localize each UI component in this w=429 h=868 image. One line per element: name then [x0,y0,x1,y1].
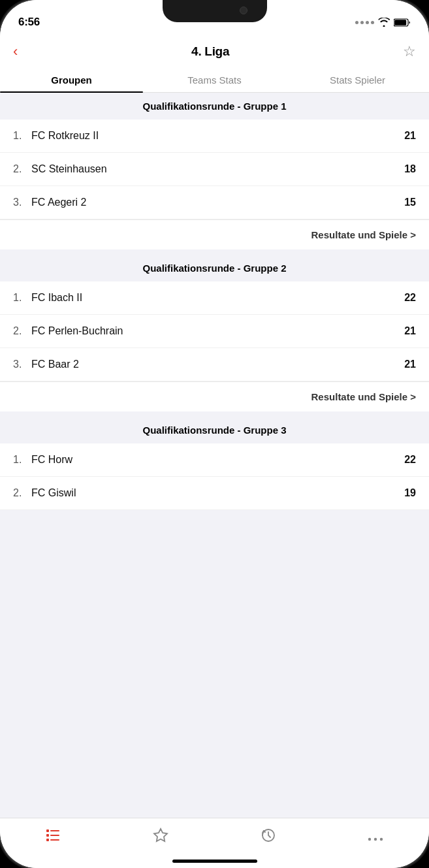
rank: 2. [13,163,29,175]
star-icon [153,828,168,847]
section-divider [0,249,429,255]
rank: 2. [13,487,29,499]
svg-point-11 [380,838,383,841]
bottom-tab-more[interactable] [322,825,429,850]
tabs-bar: Groupen Teams Stats Stats Spieler [0,68,429,93]
group-section-3: Qualifikationsrunde - Gruppe 3 1. FC Hor… [0,417,429,510]
team-name: SC Steinhausen [29,163,396,175]
group-3-header: Qualifikationsrunde - Gruppe 3 [0,417,429,443]
svg-rect-7 [50,839,59,841]
team-name: FC Ibach II [29,292,396,304]
more-icon [368,829,383,846]
score: 19 [396,487,416,499]
list-icon [45,828,62,846]
score: 18 [396,163,416,175]
home-indicator [172,860,257,863]
rank: 1. [13,292,29,304]
score: 21 [396,359,416,370]
group-2-header: Qualifikationsrunde - Gruppe 2 [0,255,429,281]
status-icons [355,18,411,27]
table-row: 2. FC Perlen-Buchrain 21 [0,315,429,348]
svg-rect-1 [394,20,406,25]
content-area: Qualifikationsrunde - Gruppe 1 1. FC Rot… [0,93,429,818]
table-row: 2. SC Steinhausen 18 [0,153,429,186]
tab-groupen[interactable]: Groupen [0,68,143,92]
battery-icon [394,18,411,27]
table-row: 1. FC Rotkreuz II 21 [0,120,429,153]
table-row: 3. FC Baar 2 21 [0,348,429,381]
status-time: 6:56 [18,16,40,29]
group-1-items: 1. FC Rotkreuz II 21 2. SC Steinhausen 1… [0,120,429,249]
table-row: 2. FC Giswil 19 [0,477,429,510]
team-name: FC Giswil [29,487,396,499]
svg-rect-6 [46,839,49,841]
rank: 1. [13,130,29,142]
section-divider [0,411,429,417]
score: 15 [396,197,416,208]
team-name: FC Baar 2 [29,359,396,370]
rank: 2. [13,325,29,337]
rank: 3. [13,197,29,208]
svg-point-9 [368,838,371,841]
team-name: FC Horw [29,454,396,466]
svg-point-10 [374,838,377,841]
bottom-tab-history[interactable] [215,825,322,850]
score: 22 [396,292,416,304]
score: 21 [396,325,416,337]
svg-rect-5 [50,835,59,836]
rank: 1. [13,454,29,466]
group-1-header: Qualifikationsrunde - Gruppe 1 [0,93,429,120]
bottom-tab-favorites[interactable] [107,825,214,850]
resultate-link-1[interactable]: Resultate und Spiele > [0,219,429,249]
favorite-button[interactable]: ☆ [398,40,416,63]
tab-stats-spieler[interactable]: Stats Spieler [286,68,429,92]
svg-rect-4 [46,834,49,837]
back-button[interactable]: ‹ [13,40,23,63]
team-name: FC Rotkreuz II [29,130,396,142]
svg-rect-2 [46,829,49,832]
svg-rect-3 [50,830,59,831]
page-title: 4. Liga [191,44,229,59]
team-name: FC Perlen-Buchrain [29,325,396,337]
header: ‹ 4. Liga ☆ [0,35,429,68]
tab-teams-stats[interactable]: Teams Stats [143,68,286,92]
rank: 3. [13,359,29,370]
history-icon [261,828,276,847]
table-row: 1. FC Horw 22 [0,443,429,477]
group-2-items: 1. FC Ibach II 22 2. FC Perlen-Buchrain … [0,281,429,411]
bottom-tab-list[interactable] [0,825,107,850]
table-row: 1. FC Ibach II 22 [0,281,429,315]
group-section-1: Qualifikationsrunde - Gruppe 1 1. FC Rot… [0,93,429,249]
wifi-icon [378,18,390,27]
resultate-link-2[interactable]: Resultate und Spiele > [0,381,429,411]
group-section-2: Qualifikationsrunde - Gruppe 2 1. FC Iba… [0,255,429,411]
table-row: 3. FC Aegeri 2 15 [0,186,429,219]
score: 22 [396,454,416,466]
group-3-items: 1. FC Horw 22 2. FC Giswil 19 [0,443,429,510]
team-name: FC Aegeri 2 [29,197,396,208]
score: 21 [396,130,416,142]
signal-icon [355,21,374,24]
